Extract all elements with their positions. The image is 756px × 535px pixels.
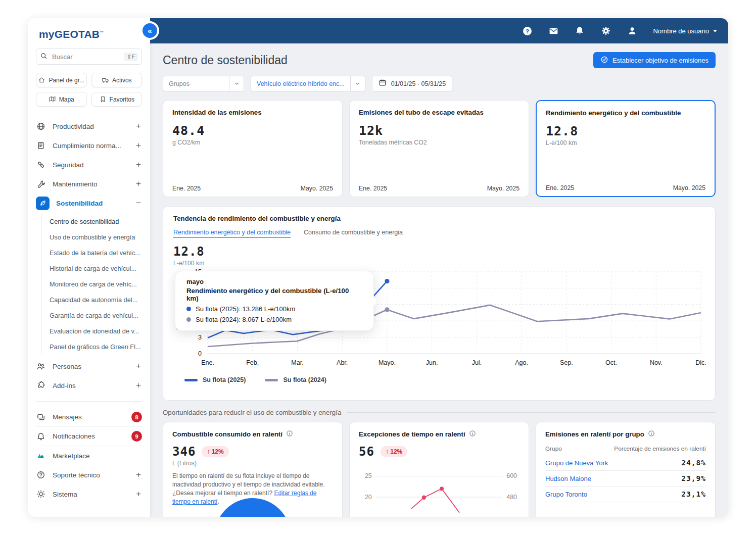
- search-input[interactable]: [51, 53, 120, 61]
- tooltip-series-row: Su flota (2025): 13.286 L-e/100km: [186, 305, 362, 313]
- sidebar: myGEOTAB™ ⇧F Panel de gr...ActivosMapaFa…: [28, 18, 150, 517]
- sidebar-item-label: Mensajes: [53, 413, 125, 421]
- quick-button-truck[interactable]: Activos: [91, 73, 143, 87]
- sidebar-item-notificaciones[interactable]: Notificaciones9: [36, 427, 142, 446]
- sidebar-item-mantenimiento[interactable]: Mantenimiento+: [36, 174, 142, 193]
- quick-button-home[interactable]: Panel de gr...: [36, 73, 87, 87]
- sidebar-item-label: Personas: [53, 363, 129, 370]
- sidebar-nav: Productividad+Cumplimiento norma...+Segu…: [36, 117, 142, 213]
- trend-value: 12.8: [173, 245, 705, 259]
- sidebar-item-marketplace[interactable]: Marketplace: [36, 446, 142, 465]
- date-range-filter[interactable]: 01/01/25 - 05/31/25: [372, 76, 452, 91]
- quick-button-map[interactable]: Mapa: [36, 92, 87, 107]
- subnav-item[interactable]: Evaluacíon de idoneidad de v...: [50, 323, 142, 339]
- sidebar-item-productividad[interactable]: Productividad+: [36, 117, 142, 136]
- notification-badge: 9: [131, 431, 142, 442]
- info-icon[interactable]: [684, 109, 691, 117]
- section-rule: [347, 412, 716, 413]
- help-icon[interactable]: ?: [522, 25, 533, 36]
- user-menu[interactable]: Nombre de usuario: [653, 27, 717, 35]
- subnav-item[interactable]: Monitoreo de carga de vehíc...: [50, 276, 142, 292]
- quick-label: Panel de gr...: [49, 77, 84, 84]
- mygeotab-logo: myGEOTAB™: [39, 28, 142, 40]
- groups-filter[interactable]: Grupos: [163, 76, 244, 91]
- svg-text:Ago.: Ago.: [515, 359, 528, 366]
- subnav-item[interactable]: Estado de la batería del vehíc...: [50, 245, 142, 261]
- expand-icon[interactable]: +: [136, 489, 142, 499]
- puzzle-icon: [36, 380, 46, 391]
- svg-text:480: 480: [506, 494, 517, 501]
- chat-icon: [36, 412, 46, 422]
- expand-icon[interactable]: +: [136, 160, 142, 170]
- svg-text:0: 0: [198, 350, 202, 357]
- sidebar-item-sostenibilidad[interactable]: Sostenibilidad−: [36, 193, 142, 213]
- search-box[interactable]: ⇧F: [36, 48, 142, 65]
- bell-icon: [36, 431, 46, 442]
- group-link[interactable]: Hudson Malone: [545, 475, 591, 482]
- sidebar-item-cumplimiento-norma[interactable]: Cumplimiento norma...+: [36, 136, 142, 155]
- quick-access: Panel de gr...ActivosMapaFavoritos: [36, 73, 142, 107]
- subnav-item[interactable]: Uso de combustible y energía: [50, 229, 142, 245]
- sidebar-item-label: Sostenibilidad: [56, 200, 129, 207]
- sidebar-item-soporte-t-cnico[interactable]: Soporte técnico+: [36, 465, 142, 484]
- sidebar-item-add-ins[interactable]: Add-ins+: [36, 376, 142, 395]
- collapse-icon[interactable]: −: [136, 198, 142, 208]
- table-row: Hudson Malone 23,9%: [545, 471, 706, 487]
- kpi-card-2[interactable]: Rendimiento energético y del combustible…: [536, 100, 716, 197]
- tab-0[interactable]: Rendimiento energético y del combustible: [173, 229, 291, 238]
- info-icon[interactable]: [286, 430, 293, 439]
- series-dot: [186, 307, 191, 311]
- kpi-card-1[interactable]: Emisiones del tubo de escape evitadas 12…: [349, 100, 529, 197]
- quick-button-bookmark[interactable]: Favoritos: [91, 92, 143, 107]
- kpi-range-start: Ene. 2025: [172, 185, 201, 192]
- kpi-range-end: Mayo. 2025: [487, 185, 519, 192]
- expand-icon[interactable]: +: [136, 121, 142, 131]
- subnav-item[interactable]: Capacidad de autonomía del...: [50, 292, 142, 308]
- opportunities-section: Oportunidades para reducir el uso de com…: [163, 409, 716, 416]
- sidebar-item-mensajes[interactable]: Mensajes8: [36, 408, 142, 427]
- vehicle-type-filter[interactable]: Vehículo eléctrico híbrido enc...: [251, 76, 365, 91]
- set-emissions-target-button[interactable]: Establecer objetivo de emisiones: [593, 52, 716, 68]
- legend-item[interactable]: Su flota (2024): [265, 376, 326, 383]
- expand-icon[interactable]: +: [136, 140, 142, 151]
- subnav-item[interactable]: Centro de sostenibilidad: [50, 214, 142, 229]
- kpi-card-0[interactable]: Intensidad de las emisiones 48.4 g CO2/k…: [163, 100, 343, 197]
- marketplace-icon: [36, 451, 46, 461]
- mail-icon[interactable]: [548, 25, 559, 36]
- kpi-range-start: Ene. 2025: [546, 184, 574, 191]
- links-icon: [36, 160, 46, 170]
- expand-icon[interactable]: +: [136, 470, 142, 480]
- info-icon[interactable]: [469, 430, 476, 439]
- sidebar-item-sistema[interactable]: Sistema+: [36, 484, 142, 504]
- expand-icon[interactable]: +: [136, 380, 142, 391]
- user-icon[interactable]: [627, 25, 638, 36]
- help-icon: [36, 470, 46, 480]
- info-icon[interactable]: [265, 108, 272, 117]
- legend-label: Su flota (2025): [203, 376, 246, 383]
- kpi-sparkline: [172, 149, 335, 181]
- group-link[interactable]: Grupo Toronto: [545, 491, 587, 498]
- notification-badge: 8: [131, 412, 142, 422]
- leaf-icon: [36, 197, 50, 210]
- sidebar-collapse-button[interactable]: «: [143, 23, 157, 38]
- legend-item[interactable]: Su flota (2025): [184, 376, 246, 383]
- expand-icon[interactable]: +: [136, 361, 142, 371]
- kpi-cards: Intensidad de las emisiones 48.4 g CO2/k…: [163, 100, 716, 197]
- sidebar-item-personas[interactable]: Personas+: [36, 357, 142, 376]
- info-icon[interactable]: [648, 430, 655, 439]
- bell-icon[interactable]: [574, 25, 585, 36]
- tab-1[interactable]: Consumo de combustible y energia: [304, 229, 403, 238]
- sidebar-item-seguridad[interactable]: Seguridad+: [36, 155, 142, 174]
- kpi-unit: L-e/100 km: [546, 139, 705, 147]
- kpi-sparkline: [359, 149, 521, 181]
- section-label: Oportunidades para reducir el uso de com…: [163, 409, 341, 416]
- group-link[interactable]: Grupo de Nueva York: [545, 459, 608, 467]
- expand-icon[interactable]: +: [136, 179, 142, 189]
- subnav-item[interactable]: Historial de carga de vehícul...: [50, 261, 142, 276]
- gear-icon[interactable]: [600, 25, 611, 36]
- subnav-item[interactable]: Garantía de carga de vehícul...: [50, 308, 142, 323]
- sidebar-item-label: Productividad: [53, 123, 129, 130]
- subnav-item[interactable]: Panel de gráficos de Green Fl...: [50, 339, 142, 355]
- info-icon[interactable]: [487, 108, 494, 117]
- svg-text:?: ?: [526, 28, 529, 34]
